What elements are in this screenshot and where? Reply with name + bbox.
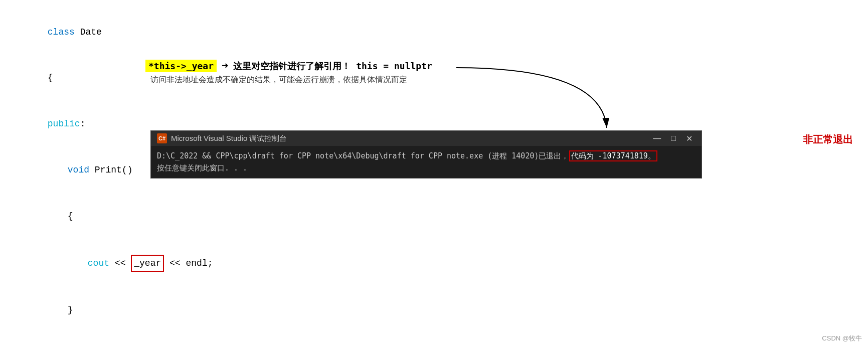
annotation-text1: 这里对空指针进行了解引用！ this = nullptr [233,60,432,72]
annotation-line1: *this->_year ➜ 这里对空指针进行了解引用！ this = null… [145,59,432,73]
close-button[interactable]: ✕ [683,134,696,143]
minimize-button[interactable]: — [650,134,664,143]
restore-button[interactable]: □ [668,134,679,143]
console-exit-code: 代码为 -1073741819。 [569,150,657,161]
highlight-this-year: *this->_year [145,60,217,72]
console-controls: — □ ✕ [650,134,696,143]
annotation-text2: 访问非法地址会造成不确定的结果，可能会运行崩溃，依据具体情况而定 [145,75,432,85]
curved-arrow-svg [451,63,642,135]
brace-print-close: } [68,305,73,315]
console-title: Microsoft Visual Studio 调试控制台 [171,134,287,143]
print-func: Print() [89,165,132,175]
arrow-icon: ➜ [222,59,228,73]
year-highlighted: _year [131,255,164,272]
vs-icon: C# [157,133,167,143]
console-body: D:\C_2022 && CPP\cpp\draft for CPP note\… [151,146,702,178]
brace-open: { [48,73,53,83]
annotation-block: *this->_year ➜ 这里对空指针进行了解引用！ this = null… [145,59,432,85]
code-line-8: private: [15,333,853,347]
cout-op: << [109,258,131,268]
console-window: C# Microsoft Visual Studio 调试控制台 — □ ✕ D… [150,130,702,179]
keyword-class: class [48,27,80,37]
console-line2: 按任意键关闭此窗口. . . [157,162,696,174]
brace-print-open: { [68,211,73,221]
keyword-public: public [48,119,80,129]
console-titlebar-left: C# Microsoft Visual Studio 调试控制台 [157,133,287,143]
cout-kw: cout [88,258,109,268]
code-line-7: } [15,287,853,333]
watermark: CSDN @牧牛 [822,334,862,343]
code-line-5: { [15,193,853,239]
endl-part: << endl; [164,258,213,268]
class-name: Date [80,27,102,37]
colon-public: : [80,119,86,129]
code-line-2: { [15,55,853,101]
exit-label: 非正常退出 [803,133,853,146]
console-titlebar: C# Microsoft Visual Studio 调试控制台 — □ ✕ [151,131,702,146]
code-line-1: class Date [15,9,853,55]
main-container: class Date { public: void Print() { cout… [0,0,868,347]
code-line-6: cout << _year << endl; [15,239,853,287]
console-line1-prefix: D:\C_2022 && CPP\cpp\draft for CPP note\… [157,151,569,160]
keyword-void: void [68,165,89,175]
console-line1: D:\C_2022 && CPP\cpp\draft for CPP note\… [157,150,696,162]
